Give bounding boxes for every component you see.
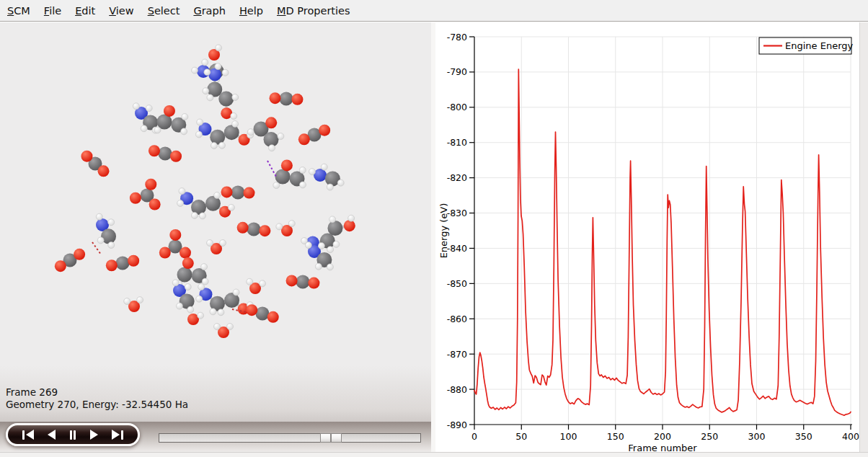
atom-H bbox=[198, 312, 204, 319]
step-backward-button[interactable] bbox=[48, 428, 56, 441]
molecule-co3 bbox=[130, 179, 161, 210]
atom-O bbox=[286, 275, 298, 286]
x-tick-label: 0 bbox=[471, 431, 477, 442]
atom-H bbox=[214, 192, 221, 198]
atom-H bbox=[185, 284, 191, 290]
atom-H bbox=[299, 182, 306, 188]
molecule-co2 bbox=[286, 275, 320, 288]
atom-H bbox=[191, 212, 198, 218]
y-tick-label: -890 bbox=[447, 420, 467, 430]
atom-H bbox=[204, 69, 211, 76]
molecule-mea bbox=[195, 119, 253, 148]
atom-H bbox=[96, 213, 102, 220]
atom-O bbox=[149, 145, 160, 156]
atom-C bbox=[231, 186, 245, 200]
molecule-canvas[interactable] bbox=[0, 22, 433, 422]
menu-help[interactable]: Help bbox=[239, 5, 263, 17]
menu-file[interactable]: File bbox=[44, 5, 61, 17]
atom-H bbox=[232, 120, 239, 127]
molecule-viewer[interactable]: Frame 269 Geometry 270, Energy: -32.5445… bbox=[0, 22, 433, 422]
atom-O bbox=[265, 117, 277, 128]
atom-H bbox=[203, 88, 209, 94]
molecule-co2 bbox=[270, 92, 304, 106]
atom-C bbox=[247, 223, 261, 236]
skip-to-start-icon bbox=[22, 430, 25, 440]
menu-select[interactable]: Select bbox=[148, 5, 180, 17]
atom-H bbox=[146, 105, 152, 112]
frame-slider[interactable] bbox=[159, 433, 421, 443]
play-button[interactable] bbox=[90, 428, 98, 441]
pause-icon bbox=[70, 430, 72, 440]
atom-H bbox=[309, 169, 315, 175]
menu-graph[interactable]: Graph bbox=[193, 5, 226, 17]
molecule-co3 bbox=[159, 229, 191, 259]
skip-to-start-button[interactable] bbox=[22, 428, 34, 441]
legend: Engine Energy bbox=[759, 37, 854, 54]
hydrogen-bond bbox=[92, 242, 101, 254]
atom-H bbox=[231, 112, 237, 119]
atom-N bbox=[314, 169, 327, 182]
molecule-h2o bbox=[207, 240, 226, 255]
atom-H bbox=[211, 142, 217, 148]
atom-C bbox=[256, 307, 270, 321]
atom-H bbox=[327, 247, 334, 253]
atom-O bbox=[55, 260, 66, 272]
atom-O bbox=[74, 249, 85, 260]
skip-to-end-icon bbox=[112, 430, 120, 440]
atom-H bbox=[181, 128, 187, 135]
atom-H bbox=[199, 213, 205, 219]
menu-edit[interactable]: Edit bbox=[75, 5, 95, 17]
molecule-h2o bbox=[247, 278, 266, 294]
molecule-h2o bbox=[124, 297, 143, 312]
atom-O bbox=[98, 165, 110, 177]
atom-H bbox=[108, 242, 115, 249]
atom-H bbox=[273, 182, 280, 189]
y-tick-label: -810 bbox=[447, 137, 467, 148]
atom-H bbox=[177, 200, 184, 206]
frame-slider-thumb[interactable] bbox=[320, 433, 342, 443]
atom-H bbox=[337, 179, 344, 186]
atom-H bbox=[227, 324, 234, 330]
atom-C bbox=[296, 275, 310, 289]
y-tick-label: -880 bbox=[447, 384, 467, 395]
skip-to-end-button[interactable] bbox=[112, 428, 123, 441]
atom-H bbox=[232, 94, 239, 100]
atom-H bbox=[299, 167, 306, 174]
molecule-co2 bbox=[237, 222, 271, 236]
play-icon bbox=[90, 430, 98, 440]
atom-H bbox=[218, 309, 224, 316]
menu-view[interactable]: View bbox=[109, 5, 133, 17]
molecule-co2 bbox=[55, 249, 85, 272]
atom-H bbox=[192, 67, 198, 74]
y-tick-label: -860 bbox=[447, 314, 467, 324]
atom-O bbox=[182, 257, 194, 269]
molecule-am bbox=[96, 213, 116, 248]
menu-scm[interactable]: SCM bbox=[7, 5, 30, 17]
menu-md-properties[interactable]: MD Properties bbox=[277, 5, 350, 17]
molecule-co2 bbox=[221, 186, 255, 200]
atom-C bbox=[218, 92, 234, 107]
atom-H bbox=[260, 280, 266, 287]
pause-button[interactable] bbox=[70, 428, 76, 441]
molecule-oh bbox=[208, 45, 222, 61]
atom-H bbox=[97, 237, 104, 244]
x-tick-label: 200 bbox=[654, 431, 671, 442]
atom-O bbox=[180, 247, 191, 259]
atom-H bbox=[215, 63, 221, 70]
y-tick-label: -790 bbox=[447, 66, 467, 77]
atom-H bbox=[154, 127, 161, 133]
x-tick-label: 300 bbox=[748, 431, 766, 442]
atom-H bbox=[315, 263, 322, 270]
atom-C bbox=[275, 169, 291, 185]
atom-H bbox=[133, 103, 139, 110]
frame-label: Frame 269 bbox=[6, 386, 188, 399]
molecule-mea bbox=[203, 63, 239, 120]
atom-O bbox=[291, 94, 303, 105]
atom-H bbox=[333, 241, 340, 247]
step-backward-icon bbox=[48, 430, 56, 440]
molecule-cluster bbox=[273, 159, 306, 188]
atom-O bbox=[267, 311, 279, 323]
atom-H bbox=[288, 221, 295, 227]
atom-H bbox=[348, 215, 355, 221]
frame-status: Frame 269 Geometry 270, Energy: -32.5445… bbox=[6, 386, 188, 411]
